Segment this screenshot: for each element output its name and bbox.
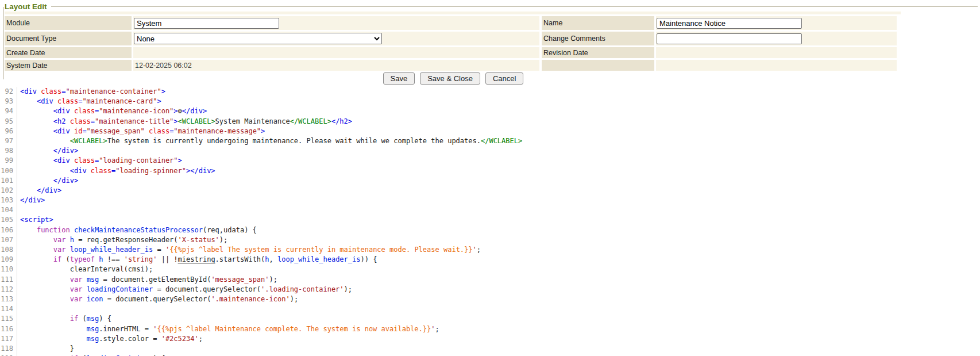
code-line[interactable]: 98 </div> <box>0 146 980 156</box>
revision-date-value-cell <box>656 47 897 58</box>
line-number: 98 <box>0 146 15 156</box>
code-token-kw: if <box>53 255 61 263</box>
line-number: 119 <box>0 354 15 356</box>
code-line-content[interactable]: var h = req.getResponseHeader('X-status'… <box>17 235 980 245</box>
code-line[interactable]: 111 var msg = document.getElementById('m… <box>0 275 980 285</box>
change-comments-value-cell <box>656 32 897 45</box>
code-line[interactable]: 99 <div class="loading-container"> <box>0 156 980 166</box>
code-line[interactable]: 108 var loop_while_header_is = '{{%pjs ^… <box>0 245 980 255</box>
code-line[interactable]: 109 if (typeof h !== 'string' || !miestr… <box>0 255 980 265</box>
code-line[interactable]: 107 var h = req.getResponseHeader('X-sta… <box>0 235 980 245</box>
code-line-content[interactable]: <div class="maintenance-card"> <box>17 97 980 106</box>
code-token-txt <box>82 275 86 284</box>
code-line[interactable]: 118 } <box>0 344 980 354</box>
code-line[interactable]: 117 msg.style.color = '#2c5234'; <box>0 334 980 344</box>
code-token-attr: id <box>74 127 82 135</box>
document-type-label: Document Type <box>5 32 132 45</box>
code-line-content[interactable]: if (typeof h !== 'string' || !miestring.… <box>17 255 980 265</box>
line-number: 104 <box>0 205 15 215</box>
code-line[interactable]: 119 if (loadingContainer) { <box>0 354 980 356</box>
code-token-ident: msg <box>87 335 99 343</box>
code-token-txt <box>20 107 53 115</box>
code-line-content[interactable]: clearInterval(cmsi); <box>17 265 980 274</box>
code-token-txt <box>20 177 53 185</box>
code-line[interactable]: 93 <div class="maintenance-card"> <box>0 97 980 106</box>
code-line-content[interactable]: <div class="loading-spinner"></div> <box>17 166 980 176</box>
code-token-txt: !== <box>103 255 124 263</box>
code-token-str: "maintenance-icon" <box>99 107 173 115</box>
name-input[interactable] <box>657 18 802 29</box>
code-line-content[interactable]: <div id="message_span" class="maintenanc… <box>17 127 980 136</box>
code-line[interactable]: 92<div class="maintenance-container"> <box>0 87 980 97</box>
save-and-close-button[interactable]: Save & Close <box>420 72 480 85</box>
code-line-content[interactable] <box>17 304 980 314</box>
code-line-content[interactable]: </div> <box>17 146 980 156</box>
code-line[interactable]: 115 if (msg) { <box>0 314 980 324</box>
line-number: 97 <box>0 136 15 146</box>
code-line-content[interactable]: <script> <box>17 215 980 225</box>
code-line[interactable]: 95 <h2 class="maintenance-title"><WCLABE… <box>0 117 980 127</box>
code-token-tag: <div <box>70 167 91 175</box>
code-line[interactable]: 100 <div class="loading-spinner"></div> <box>0 166 980 176</box>
code-token-str: "maintenance-message" <box>173 127 261 135</box>
code-line-content[interactable]: var msg = document.getElementById('messa… <box>17 275 980 285</box>
code-token-tag: </div> <box>53 147 78 155</box>
code-token-str: 'X-status' <box>178 236 219 244</box>
code-token-txt <box>20 315 70 323</box>
code-line[interactable]: 101 </div> <box>0 176 980 186</box>
line-number: 109 <box>0 255 15 265</box>
code-line-content[interactable]: </div> <box>17 186 980 196</box>
code-line[interactable]: 106 function checkMaintenanceStatusProce… <box>0 225 980 235</box>
code-line[interactable]: 97 <WCLABEL>The system is currently unde… <box>0 136 980 146</box>
code-token-kw: var <box>70 295 83 303</box>
code-line-content[interactable]: </div> <box>17 176 980 186</box>
code-line[interactable]: 116 msg.innerHTML = '{{%pjs ^label Maint… <box>0 324 980 334</box>
code-line[interactable]: 94 <div class="maintenance-icon">⚙</div> <box>0 106 980 116</box>
code-token-tag: <div <box>53 127 74 135</box>
line-number: 108 <box>0 245 15 255</box>
code-line[interactable]: 104 <box>0 205 980 215</box>
code-token-err: miestring <box>178 255 215 263</box>
line-number: 102 <box>0 186 15 196</box>
code-line-content[interactable]: msg.style.color = '#2c5234'; <box>17 334 980 344</box>
code-line[interactable]: 96 <div id="message_span" class="mainten… <box>0 127 980 136</box>
code-line[interactable]: 113 var icon = document.querySelector('.… <box>0 294 980 304</box>
code-token-tag: = <box>91 117 95 125</box>
code-line-content[interactable]: <div class="loading-container"> <box>17 156 980 166</box>
code-line-content[interactable]: var loop_while_header_is = '{{%pjs ^labe… <box>17 245 980 255</box>
code-line[interactable]: 105<script> <box>0 215 980 225</box>
change-comments-input[interactable] <box>657 33 802 44</box>
code-line-content[interactable]: <WCLABEL>The system is currently undergo… <box>17 136 980 146</box>
code-line-content[interactable]: var icon = document.querySelector('.main… <box>17 294 980 304</box>
code-line[interactable]: 112 var loadingContainer = document.quer… <box>0 285 980 294</box>
save-button[interactable]: Save <box>383 72 415 85</box>
code-line-content[interactable]: </div> <box>17 196 980 205</box>
code-line-content[interactable] <box>17 205 980 215</box>
code-line-content[interactable]: msg.innerHTML = '{{%pjs ^label Maintenan… <box>17 324 980 334</box>
code-editor[interactable]: 92<div class="maintenance-container">93 … <box>0 87 980 356</box>
code-line[interactable]: 102 </div> <box>0 186 980 196</box>
code-token-txt: ); <box>269 275 277 284</box>
module-input[interactable] <box>134 18 279 29</box>
cancel-button[interactable]: Cancel <box>485 72 523 85</box>
code-line-content[interactable]: <div class="maintenance-icon">⚙</div> <box>17 106 980 116</box>
code-token-str: "message_span" <box>87 127 145 135</box>
code-token-txt <box>20 186 37 194</box>
code-token-str: "maintenance-title" <box>95 117 173 125</box>
code-token-tag: <script> <box>20 216 53 224</box>
code-line-content[interactable]: } <box>17 344 980 354</box>
code-line[interactable]: 103</div> <box>0 196 980 205</box>
code-line-content[interactable]: function checkMaintenanceStatusProcessor… <box>17 225 980 235</box>
document-type-select[interactable]: None <box>134 33 382 44</box>
code-line-content[interactable]: if (loadingContainer) { <box>17 354 980 356</box>
code-line[interactable]: 114 <box>0 304 980 314</box>
code-line-content[interactable]: var loadingContainer = document.querySel… <box>17 285 980 294</box>
line-number: 94 <box>0 106 15 116</box>
code-token-ident: loadingContainer <box>87 285 153 293</box>
code-line-content[interactable]: if (msg) { <box>17 314 980 324</box>
code-line[interactable]: 110 clearInterval(cmsi); <box>0 265 980 274</box>
code-token-txt: The system is currently undergoing maint… <box>107 137 481 145</box>
code-token-ctag: </WCLABEL> <box>290 117 331 125</box>
code-line-content[interactable]: <h2 class="maintenance-title"><WCLABEL>S… <box>17 117 980 127</box>
code-line-content[interactable]: <div class="maintenance-container"> <box>17 87 980 97</box>
